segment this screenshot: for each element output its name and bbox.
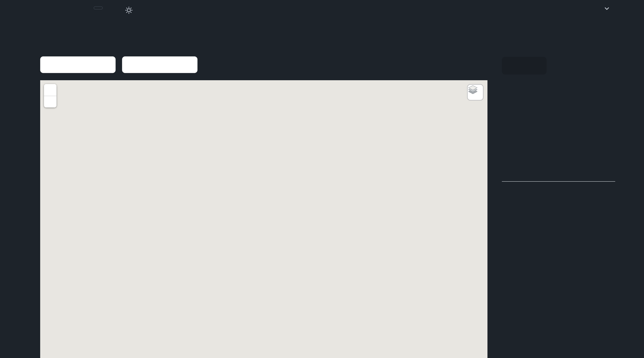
- zoom-control: [44, 84, 56, 108]
- theme-toggle-sun-icon[interactable]: [125, 6, 133, 14]
- end-at-input[interactable]: [122, 56, 198, 73]
- start-at-input[interactable]: [40, 56, 116, 73]
- map[interactable]: [40, 80, 488, 358]
- layers-control[interactable]: [467, 84, 484, 101]
- zoom-out-button[interactable]: [44, 96, 56, 108]
- app-root: [0, 0, 644, 358]
- user-menu[interactable]: [599, 7, 612, 10]
- zoom-in-button[interactable]: [44, 84, 56, 96]
- sun-icon: [125, 6, 133, 14]
- map-track-overlay: [40, 80, 488, 358]
- sidebar-divider: [502, 181, 615, 182]
- version-badge: [94, 6, 103, 9]
- layers-icon: [468, 85, 478, 95]
- chevron-down-icon: [604, 7, 609, 10]
- select-year-button[interactable]: [502, 57, 546, 75]
